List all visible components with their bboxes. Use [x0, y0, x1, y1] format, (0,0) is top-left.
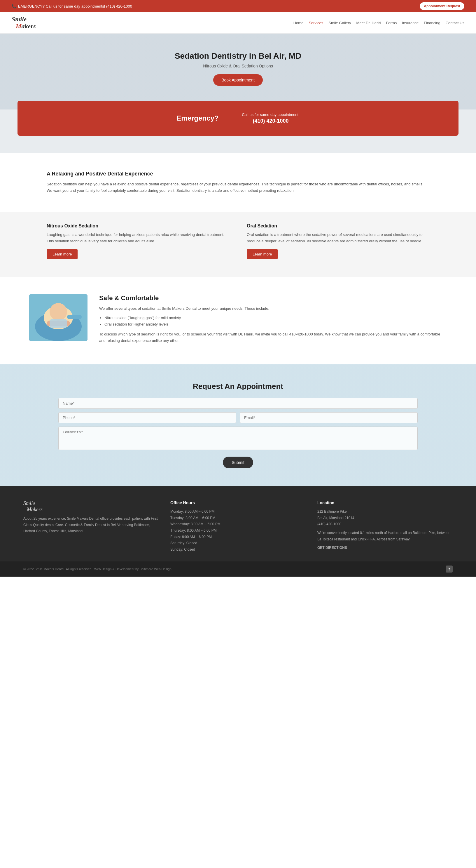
top-bar-emergency: 📞 EMERGENCY? Call us for same day appoin… [12, 4, 132, 8]
nav-contact-us[interactable]: Contact Us [446, 21, 464, 25]
facebook-icon[interactable]: f [446, 565, 453, 572]
nav-insurance[interactable]: Insurance [402, 21, 418, 25]
footer-location-heading: Location [317, 500, 453, 505]
safe-intro: We offer several types of sedation at Sm… [99, 305, 447, 312]
appointment-title: Request An Appointment [58, 382, 418, 391]
nitrous-learn-more-button[interactable]: Learn more [47, 249, 77, 259]
footer-hours-mon: Monday: 8:00 AM – 6:00 PM [170, 508, 306, 515]
footer-hours-sun: Sunday: Closed [170, 547, 306, 553]
submit-button[interactable]: Submit [223, 457, 253, 468]
content-body: Sedation dentistry can help you have a r… [47, 181, 429, 194]
book-appointment-button[interactable]: Book Appointment [213, 74, 263, 86]
footer-hours-tue: Tuesday: 8:00 AM – 6:00 PM [170, 515, 306, 522]
emergency-phone: (410) 420-1000 [252, 118, 288, 124]
footer: SmileMakers About 25 years experience, S… [0, 486, 476, 561]
top-bar: 📞 EMERGENCY? Call us for same day appoin… [0, 0, 476, 12]
appointment-section: Request An Appointment Submit [0, 364, 476, 486]
emergency-heading: Emergency? [176, 114, 218, 122]
nav-meet-dr[interactable]: Meet Dr. Hariri [356, 21, 381, 25]
nitrous-col: Nitrous Oxide Sedation Laughing gas, is … [47, 223, 229, 259]
services-section: Nitrous Oxide Sedation Laughing gas, is … [0, 212, 476, 277]
safe-details: To discuss which type of sedation is rig… [99, 331, 447, 344]
footer-hours-heading: Office Hours [170, 500, 306, 505]
name-group [58, 398, 418, 409]
logo: Smile Makers [12, 16, 36, 30]
safe-image-inner [29, 294, 88, 341]
safe-content: Safe & Comfortable We offer several type… [99, 294, 447, 347]
footer-address2: Bel Air, Maryland 21014 [317, 515, 453, 522]
nav-smile-gallery[interactable]: Smile Gallery [329, 21, 351, 25]
nav-services[interactable]: Services [309, 21, 323, 25]
safe-bullet-list: Nitrous oxide ("laughing gas") for mild … [99, 315, 447, 328]
footer-location-phone: (410) 420-1000 [317, 521, 453, 528]
footer-location-col: Location 212 Baltimore Pike Bel Air, Mar… [317, 500, 453, 553]
emergency-band: Emergency? Call us for same day appointm… [18, 101, 458, 136]
appointment-request-button[interactable]: Appointment Request [420, 2, 464, 10]
footer-address1: 212 Baltimore Pike [317, 508, 453, 515]
oral-body: Oral sedation is a treatment where the s… [247, 231, 429, 244]
get-directions-link[interactable]: GET DIRECTIONS [317, 545, 453, 551]
comments-textarea[interactable] [58, 427, 418, 450]
safe-image [29, 294, 88, 341]
emergency-contact: Call us for same day appointment! (410) … [242, 113, 299, 124]
svg-rect-5 [49, 319, 67, 328]
footer-about-text: About 25 years experience, Smile Makers … [23, 516, 159, 534]
emergency-call-text: Call us for same day appointment! [242, 113, 299, 117]
phone-input[interactable] [58, 412, 236, 423]
safe-section: Safe & Comfortable We offer several type… [0, 277, 476, 364]
hero-section: Sedation Dentistry in Bel Air, MD Nitrou… [0, 34, 476, 110]
footer-hours-col: Office Hours Monday: 8:00 AM – 6:00 PM T… [170, 500, 306, 553]
footer-copyright: © 2022 Smile Makers Dental. All rights r… [23, 567, 172, 571]
svg-point-3 [49, 303, 67, 320]
phone-email-row [58, 412, 418, 423]
hero-title: Sedation Dentistry in Bel Air, MD [175, 51, 302, 61]
footer-about-col: SmileMakers About 25 years experience, S… [23, 500, 159, 553]
email-input[interactable] [240, 412, 418, 423]
nav-financing[interactable]: Financing [424, 21, 440, 25]
safe-bullet-1: Nitrous oxide ("laughing gas") for mild … [104, 315, 447, 321]
hero-subtitle: Nitrous Oxide & Oral Sedation Options [203, 64, 273, 68]
footer-hours-sat: Saturday: Closed [170, 540, 306, 547]
footer-logo: SmileMakers [23, 500, 159, 513]
name-input[interactable] [58, 398, 418, 409]
nitrous-title: Nitrous Oxide Sedation [47, 223, 229, 228]
content-section: A Relaxing and Positive Dental Experienc… [0, 153, 476, 211]
footer-hours-wed: Wednesday: 8:00 AM – 6:00 PM [170, 521, 306, 528]
header: Smile Makers Home Services Smile Gallery… [0, 12, 476, 34]
oral-learn-more-button[interactable]: Learn more [247, 249, 278, 259]
footer-hours-thu: Thursday: 8:00 AM – 6:00 PM [170, 528, 306, 534]
svg-rect-6 [67, 315, 82, 319]
footer-bottom: © 2022 Smile Makers Dental. All rights r… [0, 561, 476, 577]
oral-title: Oral Sedation [247, 223, 429, 228]
nav-forms[interactable]: Forms [386, 21, 397, 25]
footer-hours-fri: Friday: 8:00 AM – 6:00 PM [170, 534, 306, 540]
footer-location-detail: We're conveniently located 0.1 miles nor… [317, 530, 453, 542]
content-heading: A Relaxing and Positive Dental Experienc… [47, 171, 429, 177]
phone-icon: 📞 [12, 4, 16, 8]
oral-col: Oral Sedation Oral sedation is a treatme… [247, 223, 429, 259]
comments-group [58, 427, 418, 451]
safe-title: Safe & Comfortable [99, 294, 447, 302]
logo-text: Smile Makers [12, 16, 36, 30]
nav-home[interactable]: Home [294, 21, 304, 25]
main-nav: Home Services Smile Gallery Meet Dr. Har… [294, 21, 464, 25]
nitrous-body: Laughing gas, is a wonderful technique f… [47, 231, 229, 244]
emergency-text: EMERGENCY? Call us for same day appointm… [18, 4, 132, 8]
safe-bullet-2: Oral sedation for Higher anxiety levels [104, 321, 447, 328]
